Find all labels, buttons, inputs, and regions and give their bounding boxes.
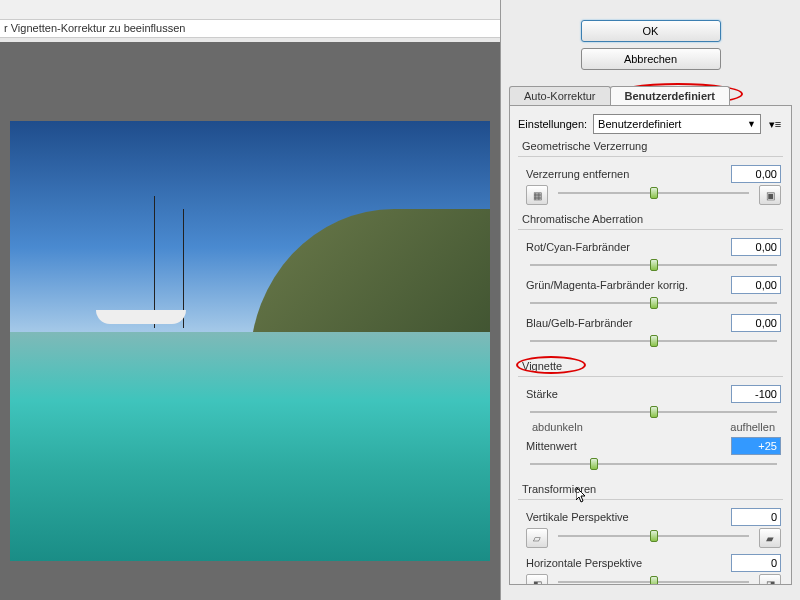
pincushion-icon[interactable]: ▣ — [759, 185, 781, 205]
red-cyan-input[interactable] — [731, 238, 781, 256]
persp-top-icon[interactable]: ▱ — [526, 528, 548, 548]
remove-distortion-slider[interactable] — [558, 186, 749, 200]
vertical-perspective-slider[interactable] — [558, 529, 749, 543]
tab-auto[interactable]: Auto-Korrektur — [509, 86, 611, 105]
vertical-perspective-label: Vertikale Perspektive — [526, 511, 725, 523]
tab-custom[interactable]: Benutzerdefiniert — [610, 86, 730, 105]
persp-right-icon[interactable]: ◨ — [759, 574, 781, 585]
green-magenta-label: Grün/Magenta-Farbränder korrig. — [526, 279, 725, 291]
horizontal-perspective-slider[interactable] — [558, 575, 749, 585]
vignette-midpoint-input[interactable] — [731, 437, 781, 455]
red-cyan-slider[interactable] — [530, 258, 777, 272]
settings-combo[interactable]: Benutzerdefiniert ▼ — [593, 114, 761, 134]
vignette-amount-slider[interactable] — [530, 405, 777, 419]
barrel-icon[interactable]: ▦ — [526, 185, 548, 205]
vignette-amount-label: Stärke — [526, 388, 725, 400]
group-transform-title: Transformieren — [522, 483, 783, 495]
group-chroma-title: Chromatische Aberration — [522, 213, 783, 225]
vignette-lighten-label: aufhellen — [730, 421, 775, 433]
settings-value: Benutzerdefiniert — [598, 118, 681, 130]
panel-body: Einstellungen: Benutzerdefiniert ▼ ▾≡ Ge… — [509, 105, 792, 585]
green-magenta-input[interactable] — [731, 276, 781, 294]
remove-distortion-input[interactable] — [731, 165, 781, 183]
ok-button[interactable]: OK — [581, 20, 721, 42]
preview-image — [10, 121, 490, 561]
persp-left-icon[interactable]: ◧ — [526, 574, 548, 585]
green-magenta-slider[interactable] — [530, 296, 777, 310]
blue-yellow-input[interactable] — [731, 314, 781, 332]
vignette-darken-label: abdunkeln — [532, 421, 583, 433]
persp-bottom-icon[interactable]: ▰ — [759, 528, 781, 548]
blue-yellow-label: Blau/Gelb-Farbränder — [526, 317, 725, 329]
group-geometric-title: Geometrische Verzerrung — [522, 140, 783, 152]
horizontal-perspective-input[interactable] — [731, 554, 781, 572]
controls-panel: OK Abbrechen Auto-Korrektur Benutzerdefi… — [500, 0, 800, 600]
group-vignette-title: Vignette — [522, 360, 783, 372]
vignette-midpoint-slider[interactable] — [530, 457, 777, 471]
settings-label: Einstellungen: — [518, 118, 587, 130]
preview-pane — [0, 42, 500, 600]
red-cyan-label: Rot/Cyan-Farbränder — [526, 241, 725, 253]
remove-distortion-label: Verzerrung entfernen — [526, 168, 725, 180]
chevron-down-icon: ▼ — [747, 119, 756, 129]
vertical-perspective-input[interactable] — [731, 508, 781, 526]
blue-yellow-slider[interactable] — [530, 334, 777, 348]
vignette-midpoint-label: Mittenwert — [526, 440, 725, 452]
settings-menu-icon[interactable]: ▾≡ — [767, 118, 783, 131]
horizontal-perspective-label: Horizontale Perspektive — [526, 557, 725, 569]
tab-bar: Auto-Korrektur Benutzerdefiniert — [509, 86, 792, 105]
cancel-button[interactable]: Abbrechen — [581, 48, 721, 70]
vignette-amount-input[interactable] — [731, 385, 781, 403]
